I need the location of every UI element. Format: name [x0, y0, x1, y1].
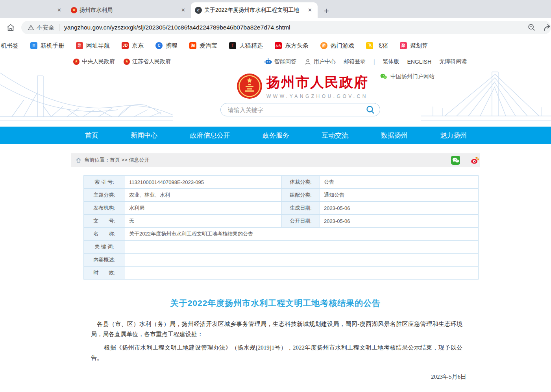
- bookmark-label: 飞猪: [376, 42, 388, 50]
- breadcrumb: 当前位置：首页 >> 信息公开: [71, 153, 480, 167]
- meta-value: 2023-05-06: [320, 215, 479, 228]
- english-version-link[interactable]: ENGLISH: [407, 59, 431, 65]
- browser-tab-strip: ✕ 扬州市水利局 ✕ e 关于2022年度扬州市水利工程文明工地 ✕ +: [0, 0, 551, 18]
- bookmark-item[interactable]: 导 网址导航: [76, 42, 110, 50]
- tab-title: 关于2022年度扬州市水利工程文明工地: [204, 7, 304, 14]
- meta-label: 文 号:: [84, 215, 125, 228]
- security-label[interactable]: 不安全: [37, 24, 54, 31]
- bookmark-item[interactable]: T 天猫精选: [229, 42, 263, 50]
- gov-emblem-favicon: [71, 7, 77, 13]
- table-row: 名 称: 关于2022年度扬州市水利工程文明工地考核结果的公告: [84, 228, 479, 241]
- share-icon[interactable]: [542, 23, 551, 32]
- share-weibo-icon[interactable]: [470, 156, 479, 165]
- table-row: 关 键 词:: [84, 241, 479, 254]
- nav-item-home[interactable]: 首页: [85, 131, 98, 140]
- meta-label: 主题分类:: [84, 189, 125, 202]
- mail-login-label: 邮箱登录: [344, 58, 366, 65]
- nav-item-data[interactable]: 数据扬州: [381, 131, 408, 140]
- browser-tab[interactable]: ✕: [0, 2, 67, 18]
- browser-tab[interactable]: 扬州市水利局 ✕: [67, 2, 191, 18]
- nav-item-charm[interactable]: 魅力扬州: [440, 131, 467, 140]
- site-logo[interactable]: 扬州市人民政府 WWW.YANGZHOU.GOV.CN: [237, 73, 368, 99]
- bookmark-item[interactable]: 聚 聚划算: [400, 42, 428, 50]
- divider: [59, 24, 59, 31]
- portal-badge[interactable]: 中国扬州门户网站: [380, 73, 435, 80]
- bookmark-favicon: 聚: [400, 42, 407, 49]
- close-tab-icon[interactable]: ✕: [55, 6, 63, 14]
- home-icon: [76, 157, 81, 163]
- traditional-label: 繁体版: [383, 58, 399, 65]
- jiangsu-gov-label: 江苏省人民政府: [132, 58, 171, 65]
- meta-label: 关 键 词:: [84, 241, 125, 254]
- meta-label: 时 效:: [84, 267, 125, 280]
- nav-item-news[interactable]: 新闻中心: [131, 131, 157, 140]
- jiangsu-gov-link[interactable]: 江苏省人民政府: [124, 58, 171, 65]
- bookmark-item[interactable]: JD 京东: [122, 42, 144, 50]
- meta-label: 组配分类:: [282, 189, 320, 202]
- article-paragraph: 根据《扬州市水利工程文明工地建设管理办法》（扬水规[2019]1号），2022年…: [91, 342, 462, 363]
- table-row: 主题分类: 农业、林业、水利 组配分类: 通知公告: [84, 189, 479, 202]
- browser-tab-active[interactable]: e 关于2022年度扬州市水利工程文明工地 ✕: [191, 2, 318, 18]
- nav-item-services[interactable]: 政务服务: [263, 131, 289, 140]
- browser-logo-favicon: e: [195, 7, 202, 14]
- national-emblem-icon: [237, 73, 263, 99]
- search-input[interactable]: [228, 107, 366, 113]
- article-paragraph: 各县（市、区）水利（务）局，扬州经济开发区城乡事务管理局，生态科技新城规划建设局…: [91, 319, 462, 339]
- search-icon[interactable]: [366, 105, 375, 114]
- close-tab-icon[interactable]: ✕: [179, 6, 187, 14]
- user-center-link[interactable]: 用户中心: [304, 58, 336, 65]
- user-icon: [304, 58, 311, 65]
- meta-value: [125, 254, 479, 267]
- robot-icon: [264, 58, 272, 65]
- bookmark-item[interactable]: ≣ 新机手册: [30, 42, 64, 50]
- table-row: 时 效:: [84, 267, 479, 280]
- meta-value: [125, 267, 479, 280]
- table-row: 内容概述:: [84, 254, 479, 267]
- bookmark-item[interactable]: 东方 东方头条: [275, 42, 309, 50]
- user-center-label: 用户中心: [314, 58, 336, 65]
- url-text[interactable]: yangzhou.gov.cn/yzszxxgk/slj/202305/210c…: [64, 24, 521, 31]
- bookmark-item[interactable]: 机书签: [1, 42, 18, 50]
- site-search: [220, 103, 380, 116]
- article-date: 2023年5月6日: [71, 373, 480, 381]
- meta-label: 名 称:: [84, 228, 125, 241]
- meta-value: 农业、林业、水利: [125, 189, 282, 202]
- meta-value: 公告: [320, 176, 479, 189]
- page: ✕ 扬州市水利局 ✕ e 关于2022年度扬州市水利工程文明工地 ✕ + 不安全…: [0, 0, 551, 392]
- bookmark-favicon: ≣: [30, 42, 37, 49]
- traditional-version-link[interactable]: 繁体版: [383, 58, 399, 65]
- article-title: 关于2022年度扬州市水利工程文明工地考核结果的公告: [71, 298, 480, 309]
- table-row: 发布机构: 水利局 生成日期: 2023-05-06: [84, 202, 479, 215]
- not-secure-warning-icon[interactable]: [28, 24, 34, 31]
- close-tab-icon[interactable]: ✕: [306, 6, 314, 14]
- smart-qa-link[interactable]: 智能问答: [264, 58, 296, 65]
- url-field[interactable]: 不安全 yangzhou.gov.cn/yzszxxgk/slj/202305/…: [21, 21, 551, 34]
- bookmark-item[interactable]: 淘 爱淘宝: [189, 42, 217, 50]
- zoom-out-icon[interactable]: [527, 23, 536, 32]
- home-icon[interactable]: [4, 23, 17, 32]
- table-row: 索 引 号: 11321000014407098E-2023-095 体裁分类:…: [84, 176, 479, 189]
- meta-label: 体裁分类:: [282, 176, 320, 189]
- bookmark-favicon: C: [155, 42, 163, 49]
- bookmark-label: 东方头条: [285, 42, 309, 50]
- bookmark-item[interactable]: C 携程: [155, 42, 178, 50]
- bookmark-label: 网址导航: [86, 42, 110, 50]
- document-metadata-table: 索 引 号: 11321000014407098E-2023-095 体裁分类:…: [83, 175, 479, 280]
- bookmark-label: 爱淘宝: [200, 42, 217, 50]
- bridge-artwork-left: [0, 69, 173, 128]
- accessibility-link[interactable]: 无障碍阅读: [439, 58, 467, 65]
- mail-login-link[interactable]: 邮箱登录: [344, 58, 366, 65]
- portal-label: 中国扬州门户网站: [390, 73, 435, 80]
- share-wechat-icon[interactable]: [451, 156, 460, 165]
- meta-value: 无: [125, 215, 282, 228]
- new-tab-button[interactable]: +: [324, 7, 329, 15]
- nav-item-info-disclosure[interactable]: 政府信息公开: [190, 131, 230, 140]
- bookmark-item[interactable]: 游 热门游戏: [320, 42, 354, 50]
- content-area: 当前位置：首页 >> 信息公开 索 引 号: 11321000014407098…: [71, 153, 480, 392]
- nav-item-interaction[interactable]: 互动交流: [322, 131, 348, 140]
- bookmark-label: 天猫精选: [239, 42, 263, 50]
- meta-label: 内容概述:: [84, 254, 125, 267]
- bookmark-item[interactable]: 飞 飞猪: [366, 42, 388, 50]
- bookmark-favicon: 导: [76, 42, 83, 49]
- central-gov-link[interactable]: 中央人民政府: [73, 58, 115, 65]
